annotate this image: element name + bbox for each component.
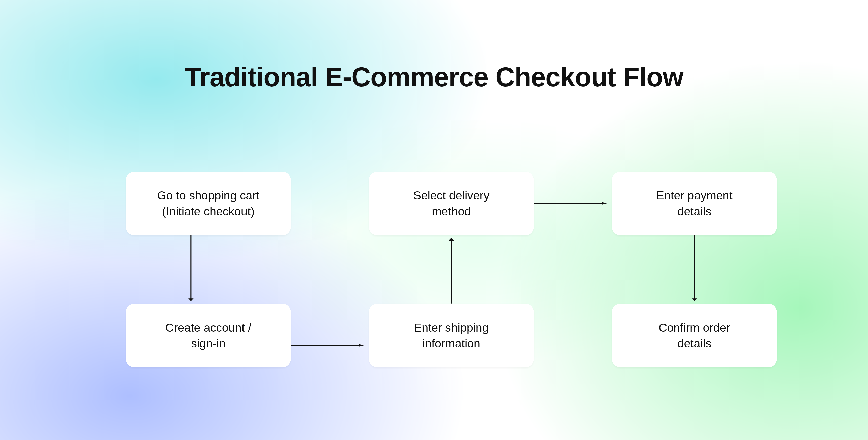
diagram-canvas: Traditional E-Commerce Checkout Flow Go … (0, 0, 868, 440)
flow-arrows (0, 0, 868, 440)
